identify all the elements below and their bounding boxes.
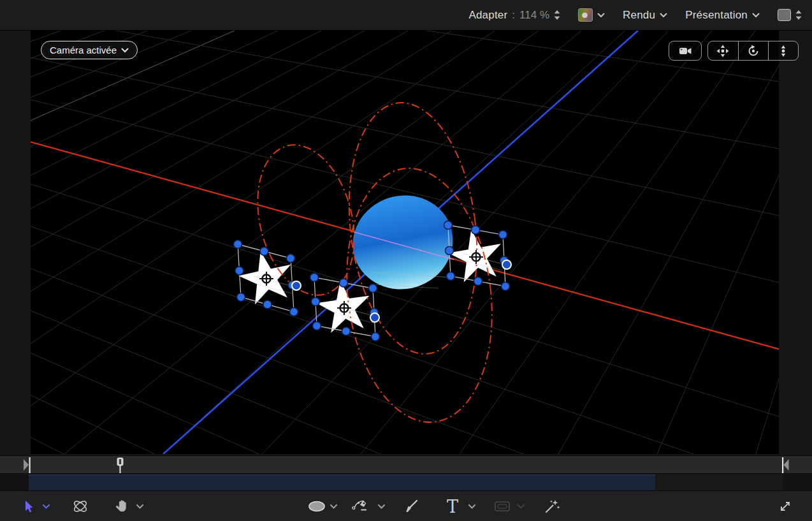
bezier-pen-icon: [352, 499, 368, 514]
chevron-down-icon: [377, 504, 386, 510]
chevron-down-icon: [468, 504, 476, 510]
ellipse-icon: [308, 500, 326, 513]
rotation-handle[interactable]: [292, 281, 301, 290]
top-toolbar: Adapter : 114 % Rendu Présentation: [0, 0, 812, 31]
zoom-value: 114 %: [519, 9, 549, 22]
expand-timeline-button[interactable]: [778, 491, 793, 521]
in-point-marker[interactable]: [24, 457, 31, 473]
out-point-marker[interactable]: [782, 457, 789, 473]
shape-tool-button[interactable]: [308, 491, 326, 521]
chevron-down-icon: [660, 13, 667, 18]
tool-bar: T: [0, 490, 812, 521]
timing-scrubber[interactable]: [0, 455, 812, 474]
hand-tool-dropdown[interactable]: [136, 491, 144, 521]
mask-tool-dropdown[interactable]: [517, 491, 525, 521]
dolly-view-button[interactable]: [768, 41, 798, 60]
camera-icon: [677, 43, 693, 59]
color-swatch-icon: [578, 8, 593, 22]
render-menu-label: Rendu: [623, 9, 655, 22]
bezier-tool-dropdown[interactable]: [377, 491, 386, 521]
camera-popup-label: Caméra activée: [50, 45, 117, 55]
chevron-down-icon: [42, 504, 50, 510]
orbit-3d-icon: [71, 497, 89, 515]
orbit-icon: [746, 43, 761, 59]
chevron-down-icon: [597, 13, 605, 18]
hand-tool-button[interactable]: [114, 491, 129, 521]
chevron-down-icon: [330, 504, 338, 510]
presentation-menu[interactable]: Présentation: [685, 9, 760, 22]
mask-tool-button[interactable]: [493, 491, 511, 521]
zoom-separator: :: [512, 9, 515, 22]
chevron-down-icon: [121, 48, 129, 53]
presentation-menu-label: Présentation: [685, 9, 748, 22]
chevron-down-icon: [517, 504, 525, 510]
rotation-handle[interactable]: [370, 313, 379, 322]
adjust-tool-button[interactable]: [544, 491, 560, 521]
layout-stepper-icon: [795, 10, 802, 20]
pan-view-button[interactable]: [708, 41, 738, 60]
expand-icon: [778, 499, 793, 514]
mini-timeline-header: [0, 474, 29, 490]
render-menu[interactable]: Rendu: [623, 9, 667, 22]
paint-tool-button[interactable]: [404, 491, 419, 521]
view-layout-icon: [778, 9, 791, 21]
canvas-3d-scene[interactable]: [31, 31, 779, 454]
camera-active-popup[interactable]: Caméra activée: [41, 41, 138, 59]
color-channel-dropdown[interactable]: [578, 8, 605, 22]
transform-3d-tool-button[interactable]: [71, 491, 89, 521]
select-tool-button[interactable]: [23, 491, 36, 521]
canvas-viewport[interactable]: Caméra activée: [31, 31, 779, 454]
dolly-icon: [776, 43, 791, 59]
pan-icon: [715, 43, 730, 59]
hand-icon: [114, 499, 129, 514]
zoom-fit-control[interactable]: Adapter : 114 %: [468, 9, 560, 22]
orbit-view-button[interactable]: [738, 41, 768, 60]
motion-window: Adapter : 114 % Rendu Présentation: [0, 0, 812, 521]
camera-view-button[interactable]: [669, 41, 702, 61]
text-tool-button[interactable]: T: [447, 491, 458, 521]
select-arrow-icon: [23, 500, 36, 513]
mini-timeline[interactable]: [0, 474, 812, 490]
chevron-down-icon: [752, 13, 760, 18]
rotation-handle[interactable]: [502, 260, 511, 269]
rectangle-icon: [493, 499, 511, 513]
magic-wand-icon: [544, 499, 560, 514]
playhead[interactable]: [117, 458, 124, 474]
timeline-clip-bar[interactable]: [29, 474, 655, 490]
shape-tool-dropdown[interactable]: [330, 491, 338, 521]
selection-box-star-2: [310, 274, 380, 341]
view-layout-control[interactable]: [778, 9, 802, 21]
zoom-stepper-icon[interactable]: [554, 10, 560, 20]
text-tool-dropdown[interactable]: [468, 491, 476, 521]
zoom-fit-label: Adapter: [468, 9, 507, 22]
paintbrush-icon: [404, 499, 419, 514]
mini-timeline-end: [783, 474, 812, 490]
bezier-tool-button[interactable]: [352, 491, 368, 521]
camera-nav-group: [707, 41, 799, 61]
select-tool-dropdown[interactable]: [42, 491, 50, 521]
text-tool-icon: T: [447, 498, 458, 515]
chevron-down-icon: [136, 504, 144, 510]
